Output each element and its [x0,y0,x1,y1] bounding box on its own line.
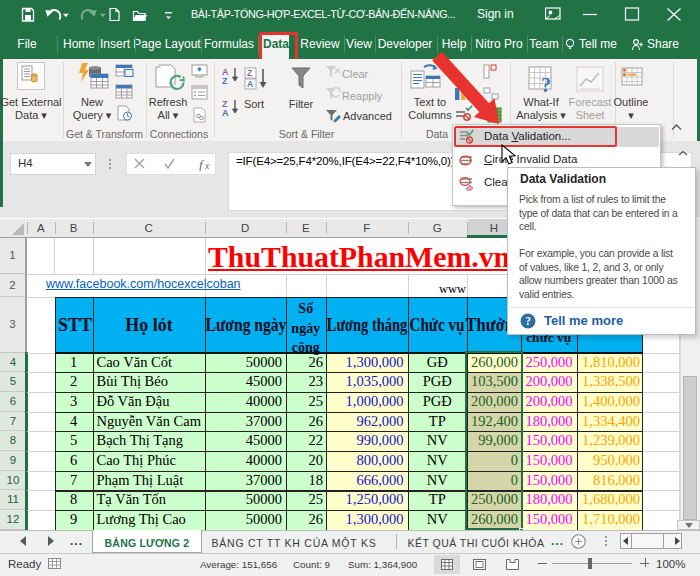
svg-text:?: ? [525,315,531,327]
svg-text:Z: Z [222,76,228,86]
svg-text:A: A [247,79,253,89]
svg-text:?: ? [541,74,551,94]
svg-text:Z: Z [247,68,252,78]
svg-text:x: x [204,160,210,171]
